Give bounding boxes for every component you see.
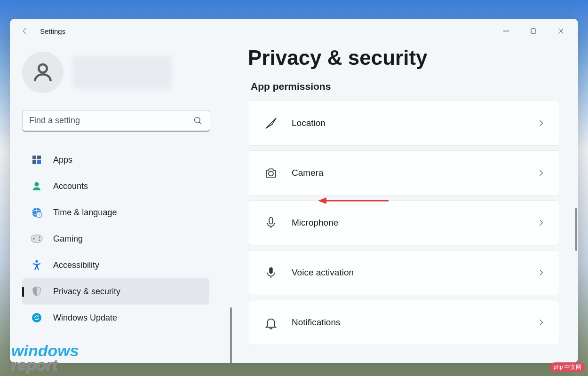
avatar xyxy=(22,52,64,93)
chevron-right-icon xyxy=(536,118,546,128)
card-camera[interactable]: Camera xyxy=(248,150,559,196)
sidebar-item-time-language[interactable]: Time & language xyxy=(22,199,209,226)
sidebar-item-label: Apps xyxy=(53,155,72,165)
svg-point-24 xyxy=(269,171,273,176)
permission-cards: Location Camera Microphone xyxy=(248,101,559,345)
chevron-right-icon xyxy=(536,318,546,327)
main-scrollbar[interactable] xyxy=(575,208,577,251)
camera-icon xyxy=(262,166,280,180)
sidebar-item-accounts[interactable]: Accounts xyxy=(22,173,209,199)
arrow-left-icon xyxy=(21,27,29,35)
svg-rect-7 xyxy=(32,156,36,159)
back-button[interactable] xyxy=(16,22,34,40)
minimize-button[interactable] xyxy=(493,22,520,40)
section-title: App permissions xyxy=(248,81,559,92)
microphone-icon xyxy=(262,216,280,230)
card-label: Microphone xyxy=(292,218,338,228)
window-body: Apps Accounts Time & language xyxy=(10,43,578,363)
svg-rect-10 xyxy=(37,160,41,164)
bell-icon xyxy=(262,315,280,329)
card-label: Notifications xyxy=(292,317,341,328)
chevron-right-icon xyxy=(536,218,546,227)
card-microphone[interactable]: Microphone xyxy=(248,200,559,245)
svg-point-11 xyxy=(35,182,39,187)
sidebar-item-label: Accessibility xyxy=(53,260,99,270)
svg-rect-1 xyxy=(531,29,536,33)
close-icon xyxy=(557,28,564,34)
svg-point-23 xyxy=(32,313,41,322)
chevron-right-icon xyxy=(536,168,546,178)
search-icon xyxy=(193,116,203,125)
svg-point-20 xyxy=(39,237,40,238)
search-input[interactable] xyxy=(22,110,210,132)
svg-point-19 xyxy=(33,238,34,239)
svg-line-6 xyxy=(199,122,201,124)
card-voice-activation[interactable]: Voice activation xyxy=(248,250,559,295)
sidebar: Apps Accounts Time & language xyxy=(10,43,227,363)
svg-rect-8 xyxy=(37,156,41,159)
location-icon xyxy=(262,116,280,130)
chevron-right-icon xyxy=(536,268,546,277)
watermark: windows report xyxy=(11,344,79,372)
svg-point-5 xyxy=(195,118,200,123)
card-label: Voice activation xyxy=(292,267,354,278)
svg-rect-9 xyxy=(32,160,36,164)
php-badge: php 中文网 xyxy=(550,362,585,372)
sidebar-item-label: Privacy & security xyxy=(53,287,120,297)
card-label: Camera xyxy=(292,168,324,178)
svg-point-21 xyxy=(39,240,40,241)
titlebar: Settings xyxy=(10,19,578,43)
page-title: Privacy & security xyxy=(248,46,559,70)
main-content: Privacy & security App permissions Locat… xyxy=(227,43,578,363)
accessibility-icon xyxy=(31,259,43,271)
apps-icon xyxy=(31,154,43,166)
sidebar-item-label: Time & language xyxy=(53,208,117,218)
card-label: Location xyxy=(292,118,326,128)
card-notifications[interactable]: Notifications xyxy=(248,300,559,345)
sidebar-item-label: Gaming xyxy=(53,234,83,244)
maximize-icon xyxy=(530,28,537,34)
gaming-icon xyxy=(31,233,43,245)
sidebar-item-apps[interactable]: Apps xyxy=(22,147,209,173)
sidebar-item-windows-update[interactable]: Windows Update xyxy=(22,305,209,331)
window-title: Settings xyxy=(40,27,65,35)
windows-update-icon xyxy=(31,312,43,324)
minimize-icon xyxy=(503,28,509,34)
accounts-icon xyxy=(31,180,43,192)
sidebar-item-label: Accounts xyxy=(53,181,88,191)
close-button[interactable] xyxy=(547,22,574,40)
time-language-icon xyxy=(31,206,43,219)
voice-activation-icon xyxy=(262,266,280,280)
profile[interactable] xyxy=(22,52,227,93)
sidebar-item-label: Windows Update xyxy=(53,313,117,323)
sidebar-item-accessibility[interactable]: Accessibility xyxy=(22,252,209,278)
svg-point-22 xyxy=(35,260,38,262)
card-location[interactable]: Location xyxy=(248,101,559,146)
svg-rect-25 xyxy=(269,218,273,224)
settings-window: Settings xyxy=(10,19,578,363)
sidebar-item-gaming[interactable]: Gaming xyxy=(22,226,209,252)
window-controls xyxy=(493,22,574,40)
shield-icon xyxy=(31,285,43,298)
profile-info-redacted xyxy=(73,56,172,89)
maximize-button[interactable] xyxy=(520,22,547,40)
search-wrapper xyxy=(22,110,210,132)
sidebar-nav: Apps Accounts Time & language xyxy=(22,147,227,331)
svg-rect-26 xyxy=(269,267,273,274)
sidebar-item-privacy-security[interactable]: Privacy & security xyxy=(22,278,209,305)
svg-point-4 xyxy=(39,64,47,73)
user-icon xyxy=(31,61,55,84)
svg-rect-18 xyxy=(31,235,42,243)
